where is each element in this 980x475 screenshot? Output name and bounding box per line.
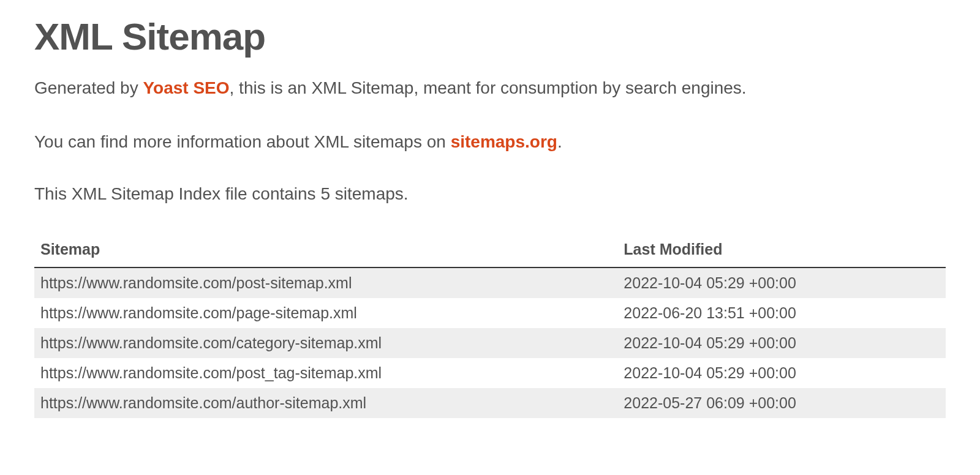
last-modified-cell: 2022-10-04 05:29 +00:00 <box>617 328 946 358</box>
sitemap-url-cell: https://www.randomsite.com/post-sitemap.… <box>34 267 617 298</box>
col-last-modified: Last Modified <box>617 234 946 267</box>
intro-paragraph: Generated by Yoast SEO, this is an XML S… <box>34 77 946 100</box>
col-sitemap: Sitemap <box>34 234 617 267</box>
last-modified-cell: 2022-10-04 05:29 +00:00 <box>617 358 946 388</box>
sitemap-count: This XML Sitemap Index file contains 5 s… <box>34 184 946 204</box>
intro-pre: Generated by <box>34 78 143 97</box>
sitemaps-org-link[interactable]: sitemaps.org <box>451 132 557 151</box>
table-row: https://www.randomsite.com/post-sitemap.… <box>34 267 946 298</box>
sitemap-link[interactable]: https://www.randomsite.com/post-sitemap.… <box>40 274 352 291</box>
last-modified-cell: 2022-06-20 13:51 +00:00 <box>617 298 946 328</box>
intro-post: , this is an XML Sitemap, meant for cons… <box>230 78 747 97</box>
info-post: . <box>557 132 562 151</box>
table-row: https://www.randomsite.com/page-sitemap.… <box>34 298 946 328</box>
page-title: XML Sitemap <box>34 15 946 58</box>
sitemap-link[interactable]: https://www.randomsite.com/author-sitema… <box>40 394 366 411</box>
table-header-row: Sitemap Last Modified <box>34 234 946 267</box>
sitemap-link[interactable]: https://www.randomsite.com/post_tag-site… <box>40 364 382 381</box>
last-modified-cell: 2022-05-27 06:09 +00:00 <box>617 388 946 418</box>
yoast-seo-link[interactable]: Yoast SEO <box>143 78 229 97</box>
sitemap-link[interactable]: https://www.randomsite.com/category-site… <box>40 334 382 351</box>
sitemap-link[interactable]: https://www.randomsite.com/page-sitemap.… <box>40 304 357 321</box>
sitemap-url-cell: https://www.randomsite.com/post_tag-site… <box>34 358 617 388</box>
last-modified-cell: 2022-10-04 05:29 +00:00 <box>617 267 946 298</box>
table-row: https://www.randomsite.com/post_tag-site… <box>34 358 946 388</box>
info-paragraph: You can find more information about XML … <box>34 130 946 154</box>
info-pre: You can find more information about XML … <box>34 132 451 151</box>
table-row: https://www.randomsite.com/author-sitema… <box>34 388 946 418</box>
table-row: https://www.randomsite.com/category-site… <box>34 328 946 358</box>
sitemap-url-cell: https://www.randomsite.com/author-sitema… <box>34 388 617 418</box>
sitemap-url-cell: https://www.randomsite.com/page-sitemap.… <box>34 298 617 328</box>
sitemap-url-cell: https://www.randomsite.com/category-site… <box>34 328 617 358</box>
sitemap-table: Sitemap Last Modified https://www.random… <box>34 234 946 418</box>
